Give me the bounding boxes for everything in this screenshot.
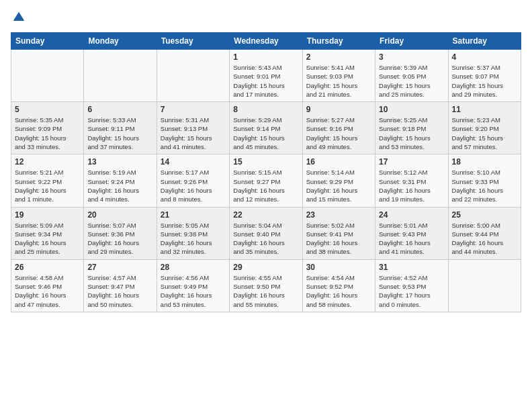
day-number: 28 [161, 263, 226, 272]
day-number: 12 [15, 157, 80, 167]
calendar-cell: 13Sunrise: 5:19 AM Sunset: 9:24 PM Dayli… [84, 154, 157, 207]
day-info: Sunrise: 4:54 AM Sunset: 9:52 PM Dayligh… [306, 273, 371, 309]
day-info: Sunrise: 4:52 AM Sunset: 9:53 PM Dayligh… [379, 273, 444, 309]
logo-icon [12, 11, 26, 24]
calendar-cell: 26Sunrise: 4:58 AM Sunset: 9:46 PM Dayli… [11, 259, 84, 312]
calendar-cell: 17Sunrise: 5:12 AM Sunset: 9:31 PM Dayli… [375, 154, 448, 207]
day-number: 8 [233, 105, 298, 114]
calendar-cell: 10Sunrise: 5:25 AM Sunset: 9:18 PM Dayli… [375, 102, 448, 154]
day-info: Sunrise: 5:39 AM Sunset: 9:05 PM Dayligh… [379, 63, 444, 99]
calendar-cell: 11Sunrise: 5:23 AM Sunset: 9:20 PM Dayli… [448, 102, 521, 154]
day-info: Sunrise: 5:23 AM Sunset: 9:20 PM Dayligh… [452, 116, 517, 151]
calendar-cell: 6Sunrise: 5:33 AM Sunset: 9:11 PM Daylig… [84, 102, 157, 154]
day-number: 1 [233, 52, 298, 62]
day-number: 19 [15, 210, 80, 220]
calendar-week-row: 12Sunrise: 5:21 AM Sunset: 9:22 PM Dayli… [11, 154, 521, 207]
day-number: 15 [233, 157, 298, 167]
calendar-cell: 28Sunrise: 4:56 AM Sunset: 9:49 PM Dayli… [157, 259, 229, 312]
calendar-cell: 21Sunrise: 5:05 AM Sunset: 9:38 PM Dayli… [157, 207, 229, 259]
day-info: Sunrise: 4:58 AM Sunset: 9:46 PM Dayligh… [15, 273, 80, 309]
calendar-cell: 3Sunrise: 5:39 AM Sunset: 9:05 PM Daylig… [375, 50, 448, 102]
calendar-table: SundayMondayTuesdayWednesdayThursdayFrid… [11, 32, 521, 312]
weekday-header-friday: Friday [375, 33, 448, 50]
day-info: Sunrise: 5:25 AM Sunset: 9:18 PM Dayligh… [379, 116, 444, 151]
day-info: Sunrise: 5:31 AM Sunset: 9:13 PM Dayligh… [161, 116, 226, 151]
day-info: Sunrise: 5:07 AM Sunset: 9:36 PM Dayligh… [87, 221, 152, 257]
day-info: Sunrise: 5:27 AM Sunset: 9:16 PM Dayligh… [306, 116, 371, 151]
day-info: Sunrise: 5:02 AM Sunset: 9:41 PM Dayligh… [306, 221, 371, 257]
calendar-cell: 7Sunrise: 5:31 AM Sunset: 9:13 PM Daylig… [157, 102, 229, 154]
day-number: 13 [87, 157, 152, 167]
day-number: 24 [379, 210, 444, 220]
calendar-cell: 1Sunrise: 5:43 AM Sunset: 9:01 PM Daylig… [230, 50, 302, 102]
day-info: Sunrise: 5:35 AM Sunset: 9:09 PM Dayligh… [15, 116, 80, 151]
weekday-header-row: SundayMondayTuesdayWednesdayThursdayFrid… [11, 33, 521, 50]
day-number: 25 [452, 210, 517, 220]
calendar-cell: 4Sunrise: 5:37 AM Sunset: 9:07 PM Daylig… [448, 50, 521, 102]
day-info: Sunrise: 5:37 AM Sunset: 9:07 PM Dayligh… [452, 63, 517, 99]
day-info: Sunrise: 5:04 AM Sunset: 9:40 PM Dayligh… [233, 221, 298, 257]
day-info: Sunrise: 4:57 AM Sunset: 9:47 PM Dayligh… [87, 273, 152, 309]
day-number: 3 [379, 52, 444, 62]
day-number: 7 [161, 105, 226, 114]
day-info: Sunrise: 5:17 AM Sunset: 9:26 PM Dayligh… [161, 168, 226, 203]
weekday-header-wednesday: Wednesday [230, 33, 302, 50]
day-info: Sunrise: 4:56 AM Sunset: 9:49 PM Dayligh… [161, 273, 226, 309]
calendar-cell: 27Sunrise: 4:57 AM Sunset: 9:47 PM Dayli… [84, 259, 157, 312]
day-number: 14 [161, 157, 226, 167]
day-number: 17 [379, 157, 444, 167]
day-info: Sunrise: 5:00 AM Sunset: 9:44 PM Dayligh… [452, 221, 517, 257]
day-number: 9 [306, 105, 371, 114]
day-info: Sunrise: 5:10 AM Sunset: 9:33 PM Dayligh… [452, 168, 517, 203]
weekday-header-sunday: Sunday [11, 33, 84, 50]
calendar-cell: 8Sunrise: 5:29 AM Sunset: 9:14 PM Daylig… [230, 102, 302, 154]
calendar-cell: 14Sunrise: 5:17 AM Sunset: 9:26 PM Dayli… [157, 154, 229, 207]
calendar-cell: 9Sunrise: 5:27 AM Sunset: 9:16 PM Daylig… [302, 102, 375, 154]
calendar-cell: 15Sunrise: 5:15 AM Sunset: 9:27 PM Dayli… [230, 154, 302, 207]
day-number: 26 [15, 263, 80, 272]
day-info: Sunrise: 5:01 AM Sunset: 9:43 PM Dayligh… [379, 221, 444, 257]
day-number: 31 [379, 263, 444, 272]
day-number: 11 [452, 105, 517, 114]
calendar-cell [448, 259, 521, 312]
day-number: 6 [87, 105, 152, 114]
day-info: Sunrise: 5:21 AM Sunset: 9:22 PM Dayligh… [15, 168, 80, 203]
day-number: 22 [233, 210, 298, 220]
calendar-cell [11, 50, 84, 102]
day-number: 2 [306, 52, 371, 62]
calendar-cell [157, 50, 229, 102]
calendar-cell: 2Sunrise: 5:41 AM Sunset: 9:03 PM Daylig… [302, 50, 375, 102]
day-info: Sunrise: 5:12 AM Sunset: 9:31 PM Dayligh… [379, 168, 444, 203]
calendar-cell: 24Sunrise: 5:01 AM Sunset: 9:43 PM Dayli… [375, 207, 448, 259]
day-info: Sunrise: 5:05 AM Sunset: 9:38 PM Dayligh… [161, 221, 226, 257]
calendar-cell: 12Sunrise: 5:21 AM Sunset: 9:22 PM Dayli… [11, 154, 84, 207]
day-number: 27 [87, 263, 152, 272]
calendar-cell [84, 50, 157, 102]
day-number: 23 [306, 210, 371, 220]
calendar-cell: 30Sunrise: 4:54 AM Sunset: 9:52 PM Dayli… [302, 259, 375, 312]
calendar-cell: 20Sunrise: 5:07 AM Sunset: 9:36 PM Dayli… [84, 207, 157, 259]
calendar-cell: 22Sunrise: 5:04 AM Sunset: 9:40 PM Dayli… [230, 207, 302, 259]
calendar-cell: 19Sunrise: 5:09 AM Sunset: 9:34 PM Dayli… [11, 207, 84, 259]
day-info: Sunrise: 4:55 AM Sunset: 9:50 PM Dayligh… [233, 273, 298, 309]
calendar-cell: 25Sunrise: 5:00 AM Sunset: 9:44 PM Dayli… [448, 207, 521, 259]
day-info: Sunrise: 5:19 AM Sunset: 9:24 PM Dayligh… [87, 168, 152, 203]
page-header [11, 11, 521, 24]
calendar-week-row: 1Sunrise: 5:43 AM Sunset: 9:01 PM Daylig… [11, 50, 521, 102]
calendar-cell: 5Sunrise: 5:35 AM Sunset: 9:09 PM Daylig… [11, 102, 84, 154]
day-info: Sunrise: 5:09 AM Sunset: 9:34 PM Dayligh… [15, 221, 80, 257]
calendar-cell: 31Sunrise: 4:52 AM Sunset: 9:53 PM Dayli… [375, 259, 448, 312]
day-number: 5 [15, 105, 80, 114]
calendar-week-row: 26Sunrise: 4:58 AM Sunset: 9:46 PM Dayli… [11, 259, 521, 312]
svg-marker-0 [13, 12, 25, 21]
day-info: Sunrise: 5:33 AM Sunset: 9:11 PM Dayligh… [87, 116, 152, 151]
day-info: Sunrise: 5:14 AM Sunset: 9:29 PM Dayligh… [306, 168, 371, 203]
day-number: 4 [452, 52, 517, 62]
day-number: 16 [306, 157, 371, 167]
calendar-cell: 18Sunrise: 5:10 AM Sunset: 9:33 PM Dayli… [448, 154, 521, 207]
day-number: 10 [379, 105, 444, 114]
calendar-week-row: 5Sunrise: 5:35 AM Sunset: 9:09 PM Daylig… [11, 102, 521, 154]
day-info: Sunrise: 5:41 AM Sunset: 9:03 PM Dayligh… [306, 63, 371, 99]
day-number: 20 [87, 210, 152, 220]
day-number: 21 [161, 210, 226, 220]
